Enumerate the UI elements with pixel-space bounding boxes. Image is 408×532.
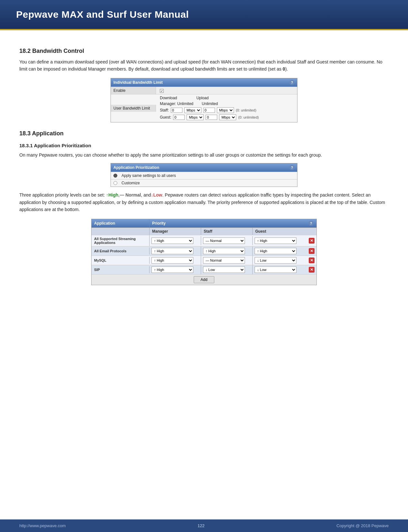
bw-enable-row: Enable: [111, 87, 297, 94]
upload-col-label: Upload: [196, 96, 209, 100]
manager-priority-0: ↑ High — Normal ↓ Low: [150, 236, 201, 245]
add-application-button[interactable]: Add: [194, 276, 214, 283]
bandwidth-table: Individual Bandwidth Limit ? Enable User…: [111, 78, 297, 122]
table-row: All Email Protocols ↑ High — Normal ↓ Lo…: [92, 246, 316, 256]
sub-staff-header: Staff: [201, 228, 253, 235]
manager-priority-2: ↑ High — Normal ↓ Low: [150, 256, 201, 265]
app-table-subheader: Manager Staff Guest: [92, 227, 316, 235]
staff-download-input[interactable]: [171, 108, 182, 113]
app-prio-option2-label: Customize: [121, 181, 140, 185]
bw-enable-label: Enable: [111, 87, 156, 94]
delete-button-0[interactable]: ✕: [309, 238, 315, 244]
guest-priority-0: ↑ High — Normal ↓ Low: [253, 236, 307, 245]
footer-url: http://www.pepwave.com: [19, 523, 66, 528]
staff-select-0[interactable]: ↑ High — Normal ↓ Low: [203, 237, 245, 244]
guest-priority-3: ↑ High — Normal ↓ Low: [253, 265, 307, 274]
download-col-label: Download: [160, 96, 177, 100]
page-title: Pepwave MAX and Surf User Manual: [16, 9, 392, 20]
app-prio-header: Application Prioritization ?: [111, 163, 297, 172]
table-row: MySQL ↑ High — Normal ↓ Low ↑ High — Nor…: [92, 256, 316, 265]
delete-action-1: ✕: [307, 247, 316, 255]
page-header: Pepwave MAX and Surf User Manual: [0, 0, 408, 30]
section-182-paragraph: You can define a maximum download speed …: [19, 58, 389, 73]
manager-select-1[interactable]: ↑ High — Normal ↓ Low: [151, 248, 193, 254]
low-priority-label: ↓Low: [151, 192, 162, 198]
staff-priority-1: ↑ High — Normal ↓ Low: [201, 247, 253, 256]
guest-select-2[interactable]: ↑ High — Normal ↓ Low: [255, 257, 296, 264]
table-row: All Supported Streaming Applications ↑ H…: [92, 235, 316, 246]
section-1831-paragraph2: Three application priority levels can be…: [19, 191, 389, 213]
app-prioritization-table: Application Prioritization ? Apply same …: [111, 163, 297, 187]
staff-upload-unit-select[interactable]: Mbps: [217, 107, 234, 113]
manager-row-text: Manager: Unlimited: [160, 102, 193, 106]
high-priority-label: ↑High: [106, 192, 118, 198]
section-183: 18.3 Application 18.3.1 Application Prio…: [19, 130, 389, 285]
staff-priority-2: ↑ High — Normal ↓ Low: [201, 256, 253, 265]
bandwidth-table-title: Individual Bandwidth Limit: [113, 80, 163, 85]
delete-action-0: ✕: [307, 237, 316, 245]
staff-priority-3: ↑ High — Normal ↓ Low: [201, 265, 253, 274]
page-footer: http://www.pepwave.com 122 Copyright @ 2…: [0, 519, 408, 532]
col-priority-header: Priority: [150, 219, 307, 227]
sub-app-header: [92, 228, 150, 235]
staff-label: Staff:: [160, 108, 169, 112]
app-prio-option1-label: Apply same settings to all users: [121, 173, 176, 178]
guest-upload-input[interactable]: [206, 115, 217, 120]
bw-staff-row: Staff: Mbps Mbps (0: unlimited): [160, 107, 293, 114]
guest-download-input[interactable]: [173, 115, 185, 120]
delete-button-3[interactable]: ✕: [309, 267, 315, 273]
delete-action-3: ✕: [307, 266, 316, 274]
bw-manager-row: Manager: Unlimited Unlimited: [160, 101, 293, 107]
guest-upload-unit-select[interactable]: Mbps: [219, 114, 236, 120]
manager-select-0[interactable]: ↑ High — Normal ↓ Low: [151, 237, 193, 244]
manager-select-2[interactable]: ↑ High — Normal ↓ Low: [151, 257, 193, 264]
section-1831-paragraph: On many Pepwave routers, you can choose …: [19, 151, 389, 159]
app-prio-option2-row[interactable]: Customize: [111, 179, 297, 187]
app-prio-help-icon[interactable]: ?: [289, 165, 295, 170]
guest-select-0[interactable]: ↑ High — Normal ↓ Low: [255, 237, 296, 244]
bw-userlimit-label: User Bandwidth Limit: [111, 105, 156, 112]
manager-upload-text: Unlimited: [202, 102, 218, 106]
app-table-header: Application Priority ?: [92, 219, 316, 227]
option2-radio-icon[interactable]: [113, 181, 117, 185]
sub-action-header: [307, 228, 316, 235]
option1-radio-icon[interactable]: [113, 174, 117, 178]
staff-select-2[interactable]: ↑ High — Normal ↓ Low: [203, 257, 245, 264]
section-183-title: 18.3 Application: [19, 130, 389, 137]
bw-enable-value: [156, 87, 297, 94]
guest-priority-1: ↑ High — Normal ↓ Low: [253, 247, 307, 256]
sub-guest-header: Guest: [253, 228, 307, 235]
app-table-footer: Add: [92, 274, 316, 285]
app-priority-data-table: Application Priority ? Manager Staff Gue…: [91, 219, 317, 285]
delete-button-1[interactable]: ✕: [309, 248, 315, 254]
staff-select-3[interactable]: ↑ High — Normal ↓ Low: [203, 266, 245, 273]
footer-page-number: 122: [198, 523, 205, 528]
table-row: SIP ↑ High — Normal ↓ Low ↑ High — Norma…: [92, 265, 316, 274]
app-name-1: All Email Protocols: [92, 247, 150, 255]
main-content: 18.2 Bandwidth Control You can define a …: [0, 30, 408, 304]
normal-priority-label: — Normal: [120, 192, 141, 198]
footer-copyright: Copyright @ 2018 Pepwave: [336, 523, 389, 528]
guest-label: Guest:: [160, 115, 171, 120]
app-prio-title: Application Prioritization: [113, 165, 159, 170]
enable-checkbox[interactable]: [160, 89, 164, 93]
sub-manager-header: Manager: [150, 228, 201, 235]
manager-priority-1: ↑ High — Normal ↓ Low: [150, 247, 201, 256]
staff-note: (0: unlimited): [236, 108, 257, 112]
app-prio-option1-row[interactable]: Apply same settings to all users: [111, 172, 297, 179]
bw-guest-row: Guest: Mbps Mbps (0: unlimited): [160, 114, 293, 121]
delete-button-2[interactable]: ✕: [309, 257, 315, 263]
guest-select-1[interactable]: ↑ High — Normal ↓ Low: [255, 248, 296, 254]
staff-download-unit-select[interactable]: Mbps: [184, 107, 201, 113]
bandwidth-help-icon[interactable]: ?: [289, 80, 295, 85]
staff-upload-input[interactable]: [203, 108, 215, 113]
guest-select-3[interactable]: ↑ High — Normal ↓ Low: [255, 266, 296, 273]
staff-select-1[interactable]: ↑ High — Normal ↓ Low: [203, 248, 245, 254]
guest-download-unit-select[interactable]: Mbps: [187, 114, 204, 120]
manager-select-3[interactable]: ↑ High — Normal ↓ Low: [151, 266, 193, 273]
bandwidth-table-header: Individual Bandwidth Limit ?: [111, 78, 297, 87]
app-table-help-icon[interactable]: ?: [308, 221, 314, 226]
staff-priority-0: ↑ High — Normal ↓ Low: [201, 236, 253, 245]
section-182: 18.2 Bandwidth Control You can define a …: [19, 48, 389, 122]
section-182-title: 18.2 Bandwidth Control: [19, 48, 389, 54]
